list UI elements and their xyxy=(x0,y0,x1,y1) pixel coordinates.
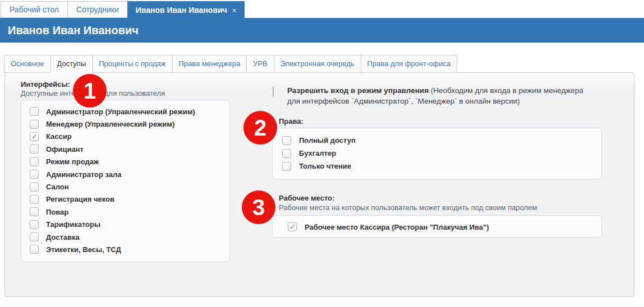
window-tab[interactable]: Рабочий стол xyxy=(1,1,68,18)
right-checkbox-row[interactable]: Бухгалтер xyxy=(273,147,601,160)
checkbox[interactable] xyxy=(30,183,39,192)
close-icon[interactable]: × xyxy=(232,7,237,14)
checkbox[interactable] xyxy=(30,195,39,204)
section-tab[interactable]: УРВ xyxy=(246,55,274,73)
section-tab-bar: Основное Доступы Проценты с продаж Права… xyxy=(4,55,457,73)
checkbox[interactable] xyxy=(30,145,39,154)
checkbox[interactable] xyxy=(282,162,291,171)
section-tab[interactable]: Электронная очередь xyxy=(274,55,361,73)
window-tab[interactable]: Сотрудники xyxy=(67,1,128,18)
checkbox-label: Кассир xyxy=(46,132,72,141)
section-tab[interactable]: Доступы xyxy=(50,55,93,73)
interface-checkbox-row[interactable]: Доставка xyxy=(21,231,229,243)
interface-checkbox-row[interactable]: Администратор зала xyxy=(21,168,229,180)
checkbox[interactable] xyxy=(30,107,39,116)
checkbox-label: Бухгалтер xyxy=(299,149,336,157)
checkbox[interactable] xyxy=(30,132,39,141)
checkbox[interactable] xyxy=(30,207,39,216)
section-tab-label: Основное xyxy=(11,59,44,68)
interface-checkbox-row[interactable]: Администратор (Управленческий режим) xyxy=(21,105,229,118)
manage-mode-text: Разрешить вход в режим управления (Необх… xyxy=(287,85,595,106)
rights-label: Права: xyxy=(279,117,303,125)
checkbox-label: Регистрация чеков xyxy=(46,195,114,203)
checkbox-label: Доставка xyxy=(46,233,80,241)
section-tab[interactable]: Права менеджера xyxy=(172,55,247,73)
section-tab-label: Доступы xyxy=(57,59,86,68)
step-badge-2: 2 xyxy=(243,111,277,145)
checkbox-label: Официант xyxy=(46,145,84,154)
checkbox[interactable] xyxy=(30,120,39,129)
step-badge-3: 3 xyxy=(242,190,275,224)
section-tab[interactable]: Права для фронт-офиса xyxy=(361,55,458,73)
checkbox-label: Только чтение xyxy=(299,162,351,170)
section-tab[interactable]: Проценты с продаж xyxy=(92,55,172,73)
checkbox[interactable] xyxy=(30,170,39,179)
window-tab-bar: Рабочий стол Сотрудники Иванов Иван Иван… xyxy=(1,1,245,19)
checkbox-label: Этикетки, Весы, ТСД xyxy=(46,245,121,254)
page-title: Иванов Иван Иванович xyxy=(8,18,139,43)
workplace-subtitle: Рабочие места на которых пользователь мо… xyxy=(279,203,537,212)
checkbox[interactable] xyxy=(30,220,39,229)
checkbox-label: Рабочее место Кассира (Ресторан "Плакуча… xyxy=(305,223,489,231)
workplace-box: Рабочее место Кассира (Ресторан "Плакуча… xyxy=(272,215,602,238)
rights-box: Полный доступ Бухгалтер Только чтение xyxy=(272,128,602,179)
section-tab-label: Проценты с продаж xyxy=(99,59,165,68)
window-tab-label: Иванов Иван Иванович xyxy=(136,2,227,18)
page-header: Иванов Иван Иванович xyxy=(0,18,644,43)
window-tab-label: Сотрудники xyxy=(76,2,119,17)
interfaces-label: Интерфейсы: xyxy=(21,80,70,89)
section-tab-label: Права для фронт-офиса xyxy=(367,59,451,68)
checkbox[interactable] xyxy=(30,157,39,166)
interface-checkbox-row[interactable]: Этикетки, Весы, ТСД xyxy=(21,243,229,255)
checkbox[interactable] xyxy=(30,245,39,254)
step-badge-1: 1 xyxy=(73,74,107,108)
interface-checkbox-row[interactable]: Салон xyxy=(21,180,229,193)
section-tab-label: Права менеджера xyxy=(179,59,241,68)
manage-mode-checkbox[interactable] xyxy=(273,87,274,97)
checkbox-label: Салон xyxy=(46,183,69,191)
checkbox-label: Режим продаж xyxy=(46,157,99,166)
window-tab[interactable]: Иванов Иван Иванович × xyxy=(127,1,245,19)
checkbox[interactable] xyxy=(273,86,274,97)
checkbox-label: Полный доступ xyxy=(299,136,356,145)
checkbox-label: Повар xyxy=(46,208,68,216)
interface-checkbox-row[interactable]: Официант xyxy=(21,143,229,155)
window-tab-label: Рабочий стол xyxy=(10,2,59,17)
interface-checkbox-row[interactable]: Режим продаж xyxy=(21,156,229,168)
checkbox[interactable] xyxy=(282,136,291,145)
right-checkbox-row[interactable]: Только чтение xyxy=(273,160,601,173)
interface-checkbox-row[interactable]: Повар xyxy=(21,206,229,218)
checkbox[interactable] xyxy=(288,222,297,231)
checkbox-label: Администратор (Управленческий режим) xyxy=(46,108,195,116)
manage-mode-label: Разрешить вход в режим управления xyxy=(287,86,429,95)
checkbox-label: Администратор зала xyxy=(46,170,122,179)
section-tab-label: УРВ xyxy=(253,59,268,68)
right-checkbox-row[interactable]: Полный доступ xyxy=(273,134,601,147)
interface-checkbox-row[interactable]: Тарификаторы xyxy=(21,218,229,231)
checkbox[interactable] xyxy=(282,149,291,158)
interface-checkbox-row[interactable]: Менеджер (Управленческий режим) xyxy=(21,118,229,130)
workplace-label: Рабочее место: xyxy=(279,194,334,202)
checkbox-label: Менеджер (Управленческий режим) xyxy=(46,120,174,128)
interface-checkbox-row[interactable]: Регистрация чеков xyxy=(21,193,229,206)
section-tab[interactable]: Основное xyxy=(4,55,51,73)
app-window: Рабочий стол Сотрудники Иванов Иван Иван… xyxy=(0,0,644,307)
workplace-checkbox-row[interactable]: Рабочее место Кассира (Ресторан "Плакуча… xyxy=(273,221,601,232)
checkbox-label: Тарификаторы xyxy=(46,220,100,229)
interface-checkbox-row[interactable]: Кассир xyxy=(21,131,229,143)
section-tab-label: Электронная очередь xyxy=(280,59,355,68)
checkbox[interactable] xyxy=(30,232,39,241)
interfaces-box: Администратор (Управленческий режим) Мен… xyxy=(21,100,230,262)
